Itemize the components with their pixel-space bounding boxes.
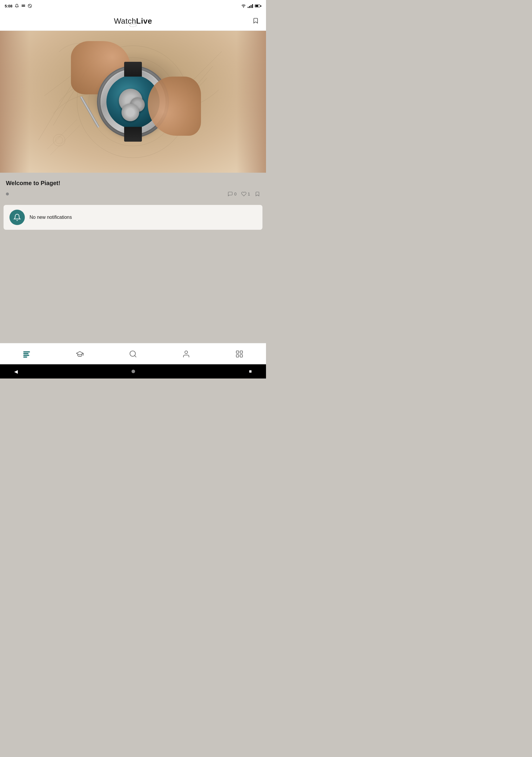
content-area: Welcome to Piaget! 0 1: [0, 173, 266, 343]
android-back-button[interactable]: ◀: [12, 366, 20, 377]
svg-point-20: [185, 351, 187, 353]
heart-icon: [241, 191, 247, 197]
hero-left-blur: [0, 31, 30, 173]
welcome-title: Welcome to Piaget!: [6, 180, 260, 187]
svg-rect-14: [24, 351, 30, 352]
svg-rect-16: [24, 355, 29, 355]
notification-card: No new notifications: [4, 205, 262, 230]
hero-right-blur: [236, 31, 266, 173]
android-recents-button[interactable]: ■: [247, 366, 254, 377]
bottom-nav: [0, 343, 266, 364]
svg-rect-17: [24, 357, 27, 357]
comment-count: 0: [234, 192, 236, 197]
graduation-icon: [76, 350, 84, 358]
watch-body: [95, 59, 171, 145]
like-action[interactable]: 1: [241, 191, 250, 197]
svg-rect-15: [24, 353, 28, 354]
svg-point-12: [53, 134, 65, 146]
svg-rect-23: [236, 354, 239, 357]
meta-row: 0 1: [6, 191, 260, 200]
svg-line-3: [28, 4, 31, 7]
svg-line-19: [134, 355, 136, 357]
search-icon: [129, 350, 137, 358]
status-bar-right: [241, 4, 261, 8]
gear-3: [122, 104, 139, 121]
nav-item-learn[interactable]: [53, 348, 106, 360]
notification-status-icon: [15, 4, 19, 8]
welcome-section: Welcome to Piaget! 0 1: [0, 173, 266, 204]
profile-icon: [182, 350, 190, 358]
meta-actions: 0 1: [227, 191, 260, 197]
comment-action[interactable]: 0: [227, 191, 236, 197]
battery-icon: [255, 4, 261, 7]
storage-status-icon: [21, 4, 25, 8]
app-title: WatchLive: [114, 16, 152, 26]
nav-item-profile[interactable]: [160, 348, 213, 360]
status-bar: 5:08: [0, 0, 266, 12]
svg-rect-21: [236, 351, 239, 353]
android-nav-bar: ◀ ■: [0, 364, 266, 378]
watch-strap-bottom: [124, 127, 142, 142]
android-home-button[interactable]: [132, 370, 135, 373]
save-action[interactable]: [255, 191, 260, 197]
dnd-status-icon: [28, 4, 32, 8]
svg-line-10: [47, 119, 77, 149]
wifi-icon: [241, 4, 246, 8]
svg-rect-24: [240, 354, 242, 357]
status-bar-left: 5:08: [5, 4, 32, 8]
svg-rect-0: [21, 5, 25, 5]
svg-rect-1: [21, 6, 25, 7]
bell-icon: [13, 214, 21, 221]
chat-list-icon: [22, 350, 31, 358]
nav-item-search[interactable]: [106, 348, 160, 360]
bookmark-icon: [252, 17, 259, 24]
nav-item-feed[interactable]: [0, 348, 53, 360]
save-icon: [255, 191, 260, 197]
bookmark-button[interactable]: [250, 15, 261, 27]
svg-rect-22: [240, 351, 242, 353]
dot-indicator: [6, 193, 9, 196]
notification-text: No new notifications: [30, 215, 72, 220]
app-title-bold: Live: [136, 16, 152, 25]
title-dot-decoration: [130, 24, 136, 27]
comment-icon: [227, 191, 233, 197]
notification-icon-wrapper: [10, 210, 25, 225]
like-count: 1: [248, 192, 250, 197]
nav-item-grid[interactable]: [213, 348, 266, 360]
hero-image: [0, 31, 266, 173]
watch-strap-top: [124, 62, 142, 76]
svg-point-13: [56, 136, 63, 144]
time-display: 5:08: [5, 4, 13, 8]
watch-sketch-overlay: [0, 31, 266, 173]
hand-right: [148, 76, 201, 136]
grid-icon: [235, 350, 244, 358]
app-bar: WatchLive: [0, 12, 266, 31]
signal-icon: [248, 4, 253, 8]
